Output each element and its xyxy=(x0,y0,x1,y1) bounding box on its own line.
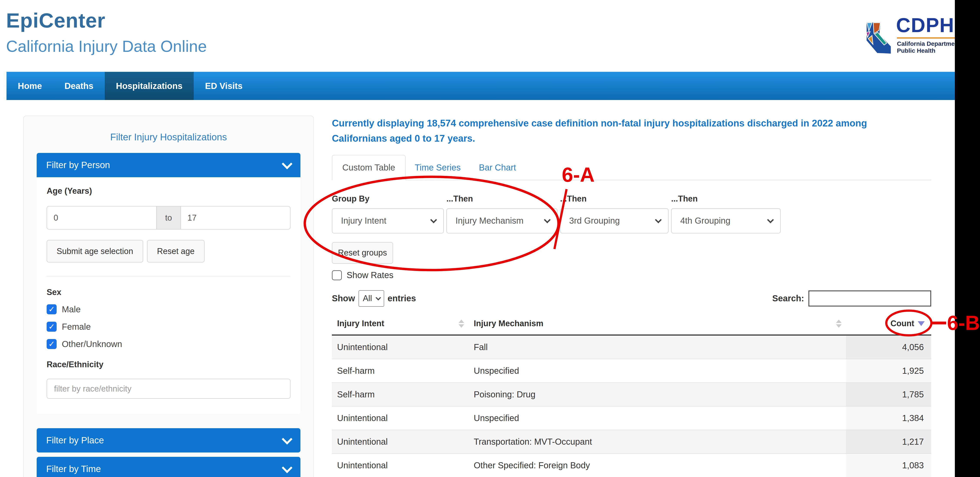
injury-intent-header-label: Injury Intent xyxy=(337,319,384,328)
reset-groups-button[interactable]: Reset groups xyxy=(332,242,393,264)
chevron-down-icon xyxy=(375,295,381,301)
race-ethnicity-label: Race/Ethnicity xyxy=(47,360,290,369)
column-header-count[interactable]: Count xyxy=(846,319,931,328)
cell-count: 1,785 xyxy=(846,383,931,406)
brand-header: EpiCenter California Injury Data Online xyxy=(6,9,207,56)
age-to-word: to xyxy=(157,206,180,229)
injury-mechanism-header-label: Injury Mechanism xyxy=(474,319,543,328)
section-divider xyxy=(47,276,290,277)
table-row[interactable]: Unintentional Fall 4,056 xyxy=(332,335,931,359)
search-control: Search: xyxy=(772,291,931,307)
grouping-select-3[interactable]: 3rd Grouping xyxy=(560,208,668,234)
grouping-select-4[interactable]: 4th Grouping xyxy=(671,208,781,234)
age-label: Age (Years) xyxy=(47,186,290,196)
reset-age-button[interactable]: Reset age xyxy=(147,240,205,262)
checkbox-checked-icon[interactable] xyxy=(47,304,57,314)
age-from-input[interactable] xyxy=(47,206,157,229)
search-input[interactable] xyxy=(808,291,931,307)
tab-bar-chart[interactable]: Bar Chart xyxy=(470,155,525,180)
main-nav: Home Deaths Hospitalizations ED Visits xyxy=(6,72,955,100)
group-by-label: Group By xyxy=(332,194,444,204)
table-row[interactable]: Self-harm Poisoning: Drug 1,785 xyxy=(332,383,931,406)
checkbox-unchecked-icon[interactable] xyxy=(332,270,342,280)
entries-label: entries xyxy=(388,294,416,303)
cell-injury-mechanism: Fall xyxy=(469,335,846,359)
chevron-down-icon xyxy=(282,434,293,444)
cell-injury-mechanism: Poisoning: Drug xyxy=(469,383,846,406)
california-state-icon xyxy=(864,21,893,55)
page-subtitle: California Injury Data Online xyxy=(6,37,207,56)
table-header-row: Injury Intent Injury Mechanism Count xyxy=(332,313,931,335)
tab-time-series[interactable]: Time Series xyxy=(406,155,470,180)
summary-line2: Californians aged 0 to 17 years. xyxy=(332,131,956,146)
race-ethnicity-input[interactable] xyxy=(47,379,290,399)
chevron-down-icon xyxy=(544,216,550,223)
grouping-select-3-value: 3rd Grouping xyxy=(569,216,620,226)
grouping-select-2[interactable]: Injury Mechanism xyxy=(446,208,557,234)
screenshot-black-edge xyxy=(955,0,980,477)
show-rates-row[interactable]: Show Rates xyxy=(332,270,956,280)
table-row[interactable]: Self-harm Unspecified 1,925 xyxy=(332,359,931,383)
table-row[interactable]: Unintentional Transportation: MVT-Occupa… xyxy=(332,430,931,453)
filter-by-person-header[interactable]: Filter by Person xyxy=(37,153,301,177)
nav-item-deaths[interactable]: Deaths xyxy=(53,72,105,100)
nav-item-hospitalizations[interactable]: Hospitalizations xyxy=(105,72,194,100)
grouping-select-1-value: Injury Intent xyxy=(341,216,386,226)
submit-age-button[interactable]: Submit age selection xyxy=(47,240,143,262)
cell-count: 1,384 xyxy=(846,406,931,430)
cell-injury-mechanism: Other Specified: Foreign Body xyxy=(469,453,846,477)
epicenter-page: EpiCenter California Injury Data Online … xyxy=(0,0,980,477)
filter-panel-title: Filter Injury Hospitalizations xyxy=(24,132,313,143)
cell-injury-mechanism: Unspecified xyxy=(469,406,846,430)
chevron-down-icon xyxy=(430,216,437,223)
cell-injury-mechanism: Transportation: MVT-Occupant xyxy=(469,430,846,453)
cell-count: 4,056 xyxy=(846,335,931,359)
entries-select-value: All xyxy=(363,294,372,303)
filter-by-person-section: Filter by Person Age (Years) to Submit a… xyxy=(37,153,301,414)
nav-item-home[interactable]: Home xyxy=(6,72,53,100)
sex-option-other-label: Other/Unknown xyxy=(62,339,122,349)
cell-count: 1,083 xyxy=(846,453,931,477)
sort-descending-icon xyxy=(918,321,925,326)
then-label-3: ...Then xyxy=(560,194,668,204)
show-label: Show xyxy=(332,294,355,303)
then-label-2: ...Then xyxy=(446,194,557,204)
filter-by-time-label: Filter by Time xyxy=(46,464,101,474)
sex-label: Sex xyxy=(47,288,290,297)
filter-by-place-label: Filter by Place xyxy=(46,435,104,445)
cell-count: 1,217 xyxy=(846,430,931,453)
sex-option-male-label: Male xyxy=(62,305,81,314)
checkbox-checked-icon[interactable] xyxy=(47,339,57,349)
table-row[interactable]: Unintentional Other Specified: Foreign B… xyxy=(332,453,931,477)
nav-item-ed-visits[interactable]: ED Visits xyxy=(194,72,254,100)
chevron-down-icon xyxy=(767,216,774,223)
cell-count: 1,925 xyxy=(846,359,931,383)
sex-option-male[interactable]: Male xyxy=(47,304,290,314)
sex-option-female-label: Female xyxy=(62,322,91,332)
main-content: Currently displaying 18,574 comprehensiv… xyxy=(332,116,956,477)
search-label: Search: xyxy=(772,294,804,303)
table-row[interactable]: Unintentional Unspecified 1,384 xyxy=(332,406,931,430)
filter-by-place-header[interactable]: Filter by Place xyxy=(37,428,301,453)
checkbox-checked-icon[interactable] xyxy=(47,322,57,332)
results-table: Injury Intent Injury Mechanism Count Uni xyxy=(332,313,931,477)
entries-select[interactable]: All xyxy=(358,290,384,307)
sex-option-female[interactable]: Female xyxy=(47,322,290,332)
filter-by-place-section: Filter by Place xyxy=(37,428,301,453)
column-header-injury-intent[interactable]: Injury Intent xyxy=(332,319,469,328)
age-to-input[interactable] xyxy=(180,206,290,229)
cell-injury-mechanism: Unspecified xyxy=(469,359,846,383)
count-header-label: Count xyxy=(891,319,914,328)
chevron-down-icon xyxy=(655,216,662,223)
filter-by-time-header[interactable]: Filter by Time xyxy=(37,457,301,477)
sort-both-icon xyxy=(458,320,464,328)
cdph-logo: CDPH California Department of Public Hea… xyxy=(864,15,968,55)
cell-injury-intent: Unintentional xyxy=(332,335,469,359)
grouping-select-1[interactable]: Injury Intent xyxy=(332,208,444,234)
cell-injury-intent: Self-harm xyxy=(332,383,469,406)
filter-by-person-body: Age (Years) to Submit age selection Rese… xyxy=(37,177,301,414)
column-header-injury-mechanism[interactable]: Injury Mechanism xyxy=(469,319,846,328)
tab-custom-table[interactable]: Custom Table xyxy=(332,155,406,180)
cell-injury-intent: Unintentional xyxy=(332,430,469,453)
sex-option-other-unknown[interactable]: Other/Unknown xyxy=(47,339,290,349)
